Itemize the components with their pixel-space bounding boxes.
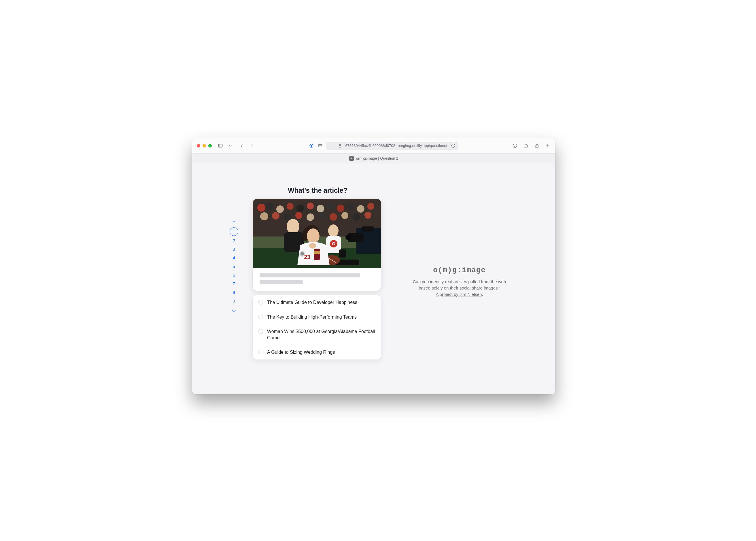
svg-point-27 xyxy=(260,212,268,221)
answer-label: Woman Wins $500,000 at Georgia/Alabama F… xyxy=(267,328,375,341)
answer-option[interactable]: A Guide to Sizing Wedding Rings xyxy=(253,345,381,359)
svg-point-18 xyxy=(287,203,294,210)
new-tab-icon[interactable] xyxy=(545,143,550,149)
svg-point-30 xyxy=(295,212,302,219)
forward-button xyxy=(249,143,255,149)
svg-point-35 xyxy=(353,214,360,221)
address-bar[interactable]: 673630445aa4b600088d0708--omgimg.netlify… xyxy=(326,142,458,150)
svg-rect-4 xyxy=(319,144,322,147)
minimize-window-button[interactable] xyxy=(203,144,206,148)
svg-text:G: G xyxy=(332,242,336,246)
svg-rect-53 xyxy=(362,227,374,232)
svg-rect-9 xyxy=(524,145,527,147)
question-title: What's the article? xyxy=(288,186,381,195)
svg-point-25 xyxy=(357,205,365,213)
page-content: 123456789 What's the article? xyxy=(192,163,555,394)
svg-point-29 xyxy=(284,213,291,221)
tab-group-chevron-icon[interactable] xyxy=(227,143,233,149)
question-nav-4[interactable]: 4 xyxy=(230,253,238,262)
maximize-window-button[interactable] xyxy=(208,144,212,148)
svg-point-34 xyxy=(342,212,348,219)
next-question-button[interactable] xyxy=(231,307,238,314)
radio-icon xyxy=(259,350,263,354)
svg-point-24 xyxy=(347,203,354,210)
radio-icon xyxy=(259,329,263,333)
question-nav-9[interactable]: 9 xyxy=(230,296,238,305)
answer-option[interactable]: The Key to Building High-Performing Team… xyxy=(253,310,381,325)
tagline-text: Can you identify real articles pulled fr… xyxy=(413,279,506,290)
tagline-period: . xyxy=(482,292,483,297)
question-nav: 123456789 xyxy=(227,218,241,377)
svg-rect-49 xyxy=(339,250,346,258)
svg-point-36 xyxy=(365,212,372,219)
tab-favicon: N xyxy=(349,156,354,161)
answer-option[interactable]: Woman Wins $500,000 at Georgia/Alabama F… xyxy=(253,324,381,345)
svg-point-52 xyxy=(346,235,351,240)
close-window-button[interactable] xyxy=(197,144,200,148)
svg-rect-57 xyxy=(314,251,320,254)
window-controls xyxy=(197,144,212,148)
article-title-placeholder xyxy=(253,268,381,291)
downloads-icon[interactable] xyxy=(512,143,518,149)
question-nav-8[interactable]: 8 xyxy=(230,288,238,296)
url-text: 673630445aa4b600088d0708--omgimg.netlify… xyxy=(345,144,447,148)
svg-point-54 xyxy=(307,229,320,244)
project-link[interactable]: A project by Jim Nielsen xyxy=(435,292,482,297)
back-button[interactable] xyxy=(239,143,245,149)
answer-label: A Guide to Sizing Wedding Rings xyxy=(267,349,335,355)
browser-toolbar: 673630445aa4b600088d0708--omgimg.netlify… xyxy=(192,138,555,154)
website-settings-icon[interactable] xyxy=(317,143,323,149)
svg-point-58 xyxy=(309,243,316,249)
prev-question-button[interactable] xyxy=(231,218,238,225)
answer-label: The Key to Building High-Performing Team… xyxy=(267,314,357,320)
radio-icon xyxy=(259,314,263,319)
autoplay-icon[interactable] xyxy=(309,143,314,149)
svg-point-19 xyxy=(297,205,304,212)
question-nav-6[interactable]: 6 xyxy=(230,270,238,279)
svg-point-23 xyxy=(337,205,344,212)
tab-title[interactable]: o(m)g:image | Question 1 xyxy=(356,156,398,161)
answer-list: The Ultimate Guide to Developer Happines… xyxy=(253,295,381,359)
tab-bar: N o(m)g:image | Question 1 xyxy=(192,154,555,163)
answer-label: The Ultimate Guide to Developer Happines… xyxy=(267,299,357,305)
share-icon[interactable] xyxy=(534,143,540,149)
question-nav-3[interactable]: 3 xyxy=(230,245,238,253)
question-nav-5[interactable]: 5 xyxy=(230,262,238,270)
svg-point-26 xyxy=(368,203,374,210)
svg-point-45 xyxy=(328,225,339,237)
refresh-icon[interactable] xyxy=(450,143,456,149)
question-nav-2[interactable]: 2 xyxy=(230,236,238,245)
svg-point-21 xyxy=(317,205,324,212)
site-logo: o(m)g:image xyxy=(433,266,486,274)
article-image: G xyxy=(253,199,381,268)
svg-point-15 xyxy=(257,204,265,212)
answer-option[interactable]: The Ultimate Guide to Developer Happines… xyxy=(253,295,381,310)
safari-window: 673630445aa4b600088d0708--omgimg.netlify… xyxy=(192,138,555,394)
sidebar-toggle-icon[interactable] xyxy=(218,143,223,149)
svg-rect-6 xyxy=(339,146,342,147)
extensions-icon[interactable] xyxy=(523,143,529,149)
svg-point-43 xyxy=(287,219,299,234)
lock-icon xyxy=(337,143,343,149)
svg-point-20 xyxy=(307,203,314,210)
question-nav-7[interactable]: 7 xyxy=(230,279,238,288)
svg-point-17 xyxy=(276,206,284,213)
article-preview-card: G xyxy=(253,199,381,291)
svg-rect-0 xyxy=(218,144,223,147)
radio-icon xyxy=(259,300,263,304)
svg-point-60 xyxy=(301,252,304,256)
svg-point-22 xyxy=(327,203,334,210)
svg-point-16 xyxy=(267,203,274,210)
svg-point-32 xyxy=(319,212,325,219)
svg-rect-56 xyxy=(314,249,320,260)
question-nav-1[interactable]: 1 xyxy=(230,227,238,236)
svg-point-3 xyxy=(311,145,312,147)
svg-point-31 xyxy=(307,214,314,221)
svg-point-28 xyxy=(272,212,280,220)
svg-point-33 xyxy=(330,213,337,221)
about-panel: o(m)g:image Can you identify real articl… xyxy=(392,186,538,377)
